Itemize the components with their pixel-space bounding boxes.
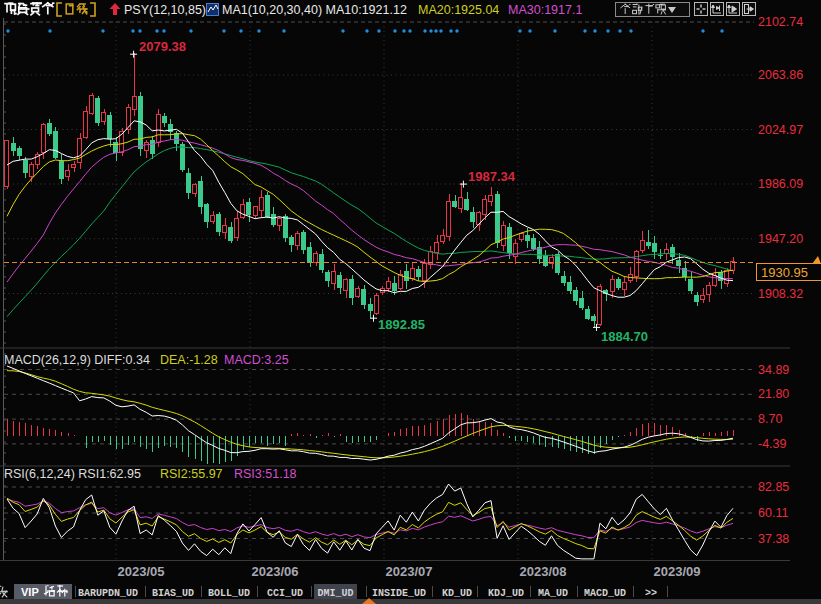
svg-text:MACD:3.25: MACD:3.25 — [224, 353, 289, 367]
svg-text:VIP: VIP — [21, 586, 39, 598]
svg-text:2079.38: 2079.38 — [139, 39, 186, 54]
svg-text:KD_UD: KD_UD — [442, 588, 472, 599]
svg-text:BARUPDN_UD: BARUPDN_UD — [78, 588, 138, 599]
svg-text:MA30:1917.1: MA30:1917.1 — [508, 3, 582, 17]
svg-text:MACD_UD: MACD_UD — [584, 588, 626, 599]
svg-text:CCI_UD: CCI_UD — [267, 588, 303, 599]
svg-text:>>: >> — [645, 588, 657, 599]
svg-text:1884.70: 1884.70 — [601, 329, 648, 344]
svg-text:8.70: 8.70 — [758, 412, 782, 426]
svg-text:DMI_UD: DMI_UD — [317, 588, 353, 599]
svg-text:2023/09: 2023/09 — [654, 564, 701, 579]
svg-text:60.11: 60.11 — [758, 506, 788, 520]
svg-text:DEA:-1.28: DEA:-1.28 — [160, 353, 218, 367]
svg-text:RSI2:55.97: RSI2:55.97 — [160, 467, 223, 481]
svg-text:KDJ_UD: KDJ_UD — [488, 588, 524, 599]
svg-text:1908.32: 1908.32 — [758, 287, 803, 301]
svg-text:MA1(10,20,30,40) MA10:1921.12: MA1(10,20,30,40) MA10:1921.12 — [222, 3, 407, 17]
svg-text:-4.39: -4.39 — [758, 437, 787, 451]
svg-text:2063.86: 2063.86 — [758, 68, 803, 82]
svg-text:21.80: 21.80 — [758, 387, 789, 401]
svg-text:RSI(6,12,24) RSI1:62.95: RSI(6,12,24) RSI1:62.95 — [4, 467, 141, 481]
svg-text:2023/07: 2023/07 — [386, 564, 433, 579]
svg-text:82.85: 82.85 — [758, 480, 789, 494]
svg-text:MA20:1925.04: MA20:1925.04 — [418, 3, 499, 17]
svg-text:37.38: 37.38 — [758, 532, 789, 546]
svg-text:2023/08: 2023/08 — [520, 564, 567, 579]
svg-text:1986.09: 1986.09 — [758, 177, 803, 191]
svg-text:PSY(12,10,85): PSY(12,10,85) — [124, 3, 206, 17]
svg-text:1892.85: 1892.85 — [378, 317, 425, 332]
svg-text:1930.95: 1930.95 — [761, 265, 808, 280]
svg-text:MA_UD: MA_UD — [538, 588, 568, 599]
svg-text:RSI3:51.18: RSI3:51.18 — [234, 467, 297, 481]
svg-text:BIAS_UD: BIAS_UD — [152, 588, 194, 599]
svg-text:2023/06: 2023/06 — [252, 564, 299, 579]
svg-text:2102.74: 2102.74 — [758, 15, 803, 29]
svg-text:BOLL_UD: BOLL_UD — [208, 588, 250, 599]
svg-text:1947.20: 1947.20 — [758, 232, 803, 246]
svg-text:2024.97: 2024.97 — [758, 123, 803, 137]
svg-text:INSIDE_UD: INSIDE_UD — [372, 588, 426, 599]
svg-text:MACD(26,12,9) DIFF:0.34: MACD(26,12,9) DIFF:0.34 — [4, 353, 150, 367]
svg-text:34.89: 34.89 — [758, 363, 789, 377]
svg-text:2023/05: 2023/05 — [118, 564, 165, 579]
svg-text:1987.34: 1987.34 — [468, 169, 516, 184]
